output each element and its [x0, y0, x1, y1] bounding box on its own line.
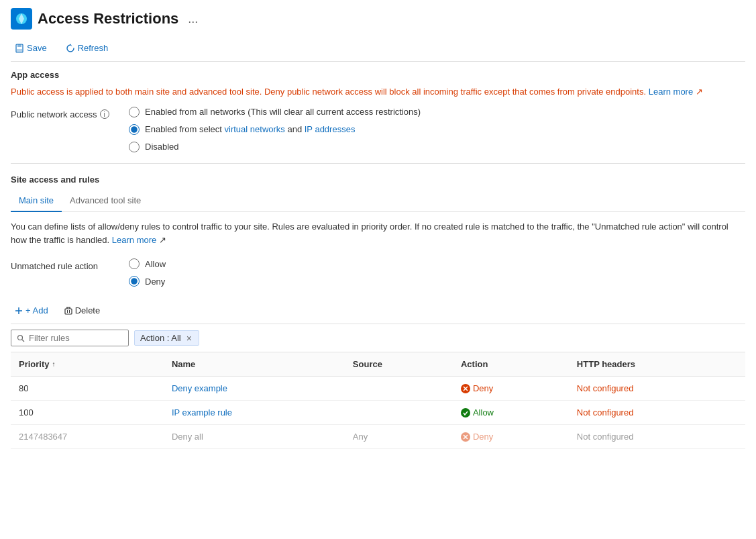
- site-access-learn-more[interactable]: Learn more: [112, 235, 156, 245]
- refresh-button[interactable]: Refresh: [62, 40, 113, 56]
- public-network-radio-disabled[interactable]: [129, 142, 140, 152]
- rule-name-link[interactable]: Deny example: [172, 383, 227, 393]
- rule-name-link[interactable]: IP example rule: [172, 407, 232, 418]
- unmatched-radio-deny[interactable]: [129, 276, 140, 287]
- table-body: 80Deny example Deny Not configured100IP …: [11, 377, 745, 449]
- filter-input[interactable]: [29, 333, 123, 343]
- action-allow: Allow: [461, 407, 561, 418]
- app-access-learn-more[interactable]: Learn more: [649, 87, 693, 97]
- allow-icon: [461, 408, 470, 418]
- unmatched-option-allow[interactable]: Allow: [129, 258, 166, 269]
- public-network-radio-select[interactable]: [129, 124, 140, 135]
- svg-point-13: [18, 335, 23, 340]
- page-title: Access Restrictions: [38, 10, 178, 28]
- action-deny: Deny: [461, 383, 561, 393]
- add-icon: [15, 307, 23, 315]
- unmatched-option-deny[interactable]: Deny: [129, 276, 166, 287]
- rules-table: Priority ↑ Name Source Action HTTP heade…: [11, 352, 745, 449]
- public-network-label: Public network access i: [11, 107, 118, 119]
- cell-name[interactable]: IP example rule: [164, 401, 345, 425]
- table-toolbar: + Add Delete: [11, 297, 745, 324]
- save-icon: [15, 44, 24, 53]
- app-icon: [11, 8, 32, 30]
- cell-http-headers: Not configured: [569, 377, 745, 401]
- deny-icon: [461, 384, 470, 393]
- table-row: 80Deny example Deny Not configured: [11, 377, 745, 401]
- site-access-section: Site access and rules Main site Advanced…: [11, 175, 745, 287]
- ellipsis-button[interactable]: ...: [184, 11, 202, 28]
- unmatched-radio-allow[interactable]: [129, 258, 140, 269]
- cell-source: [345, 377, 453, 401]
- svg-line-14: [22, 340, 24, 342]
- public-network-option-disabled[interactable]: Disabled: [129, 142, 421, 152]
- cell-action: Deny: [453, 425, 569, 449]
- th-http-headers: HTTP headers: [569, 352, 745, 377]
- sort-icon-priority: ↑: [52, 360, 56, 368]
- th-action: Action: [453, 352, 569, 377]
- delete-icon: [64, 307, 72, 315]
- public-network-option-select[interactable]: Enabled from select virtual networks and…: [129, 124, 421, 135]
- th-priority[interactable]: Priority ↑: [11, 352, 164, 377]
- action-filter-tag: Action : All ×: [134, 330, 199, 346]
- action-deny: Deny: [461, 432, 561, 442]
- public-network-option-all[interactable]: Enabled from all networks (This will cle…: [129, 107, 421, 117]
- table-row: 100IP example rule Allow Not configured: [11, 401, 745, 425]
- cell-http-headers: Not configured: [569, 425, 745, 449]
- cell-action: Deny: [453, 377, 569, 401]
- app-access-title: App access: [11, 70, 745, 80]
- cell-priority: 100: [11, 401, 164, 425]
- deny-icon: [461, 432, 470, 442]
- toolbar: Save Refresh: [11, 35, 745, 62]
- site-access-title: Site access and rules: [11, 175, 745, 185]
- table-row: 2147483647Deny allAny Deny Not configure…: [11, 425, 745, 449]
- tab-advanced-tool-site[interactable]: Advanced tool site: [62, 190, 149, 212]
- cell-source: Any: [345, 425, 453, 449]
- cell-priority: 80: [11, 377, 164, 401]
- cell-name: Deny all: [164, 425, 345, 449]
- app-access-info: Public access is applied to both main si…: [11, 85, 745, 99]
- th-source: Source: [345, 352, 453, 377]
- tab-main-site[interactable]: Main site: [11, 190, 62, 212]
- table-head: Priority ↑ Name Source Action HTTP heade…: [11, 352, 745, 377]
- cell-priority: 2147483647: [11, 425, 164, 449]
- filter-row: Action : All ×: [11, 324, 745, 352]
- unmatched-rule-label: Unmatched rule action: [11, 258, 118, 271]
- site-access-description: You can define lists of allow/deny rules…: [11, 220, 745, 248]
- th-name: Name: [164, 352, 345, 377]
- svg-rect-7: [65, 309, 72, 314]
- filter-tag-close[interactable]: ×: [185, 334, 193, 343]
- public-network-info-icon[interactable]: i: [100, 109, 109, 119]
- save-button[interactable]: Save: [11, 40, 51, 56]
- public-network-radio-all[interactable]: [129, 107, 140, 117]
- filter-input-wrap[interactable]: [11, 330, 129, 346]
- public-network-access-row: Public network access i Enabled from all…: [11, 107, 745, 152]
- delete-button[interactable]: Delete: [60, 303, 105, 318]
- tabs-row: Main site Advanced tool site: [11, 190, 745, 212]
- cell-http-headers: Not configured: [569, 401, 745, 425]
- svg-rect-4: [17, 49, 22, 52]
- search-icon: [17, 334, 25, 342]
- cell-action: Allow: [453, 401, 569, 425]
- cell-name[interactable]: Deny example: [164, 377, 345, 401]
- app-access-section: App access Public access is applied to b…: [11, 70, 745, 152]
- add-button[interactable]: + Add: [11, 303, 52, 318]
- public-network-options: Enabled from all networks (This will cle…: [129, 107, 421, 152]
- section-divider: [11, 163, 745, 164]
- unmatched-rule-options: Allow Deny: [129, 258, 166, 287]
- unmatched-rule-action-row: Unmatched rule action Allow Deny: [11, 258, 745, 287]
- table-header-row: Priority ↑ Name Source Action HTTP heade…: [11, 352, 745, 377]
- svg-rect-3: [17, 44, 21, 47]
- refresh-icon: [66, 44, 75, 53]
- cell-source: [345, 401, 453, 425]
